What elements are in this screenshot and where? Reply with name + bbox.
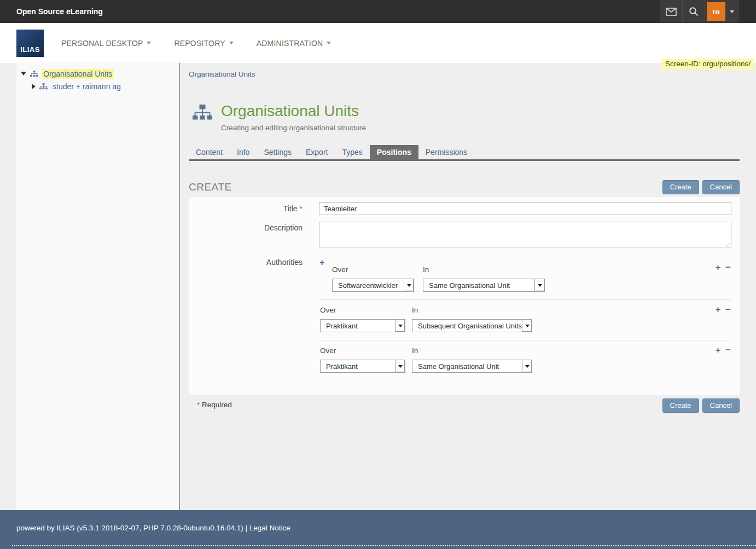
- powered-by-text: powered by ILIAS (v5.3.1 2018-02-07, PHP…: [16, 524, 247, 532]
- repository-tree: Organisational Units studer + raimann ag: [16, 63, 179, 510]
- search-button[interactable]: [682, 0, 705, 23]
- chevron-down-icon: [538, 284, 542, 287]
- authority-row-controls: + −: [716, 264, 731, 271]
- authority-row-header: Over In: [332, 265, 731, 274]
- tree-item-studer-raimann-ag: studer + raimann ag: [16, 80, 179, 93]
- title-label-text: Title: [283, 204, 298, 213]
- chevron-down-icon: [398, 365, 403, 368]
- chevron-down-icon: [407, 284, 411, 287]
- over-label: Over: [320, 346, 412, 355]
- tree-item-organisational-units: Organisational Units: [16, 67, 179, 80]
- tab-types[interactable]: Types: [335, 145, 369, 159]
- create-form-section: CREATE Create Cancel Title *: [189, 180, 740, 413]
- over-label: Over: [332, 265, 423, 274]
- ilias-logo-text: ILIAS: [20, 45, 40, 54]
- in-select[interactable]: Same Organisational Unit: [423, 279, 545, 292]
- collapse-icon[interactable]: [21, 72, 26, 76]
- tab-export[interactable]: Export: [299, 145, 335, 159]
- in-select-value: Same Organisational Unit: [423, 281, 534, 290]
- in-select[interactable]: Subsequent Organisational Units: [412, 319, 532, 332]
- user-avatar[interactable]: ro: [707, 2, 725, 21]
- add-row-button[interactable]: +: [716, 306, 720, 314]
- orgunit-icon: [39, 83, 48, 90]
- main-column: Organisational Units Organisational Unit…: [189, 63, 740, 413]
- expand-icon[interactable]: [32, 84, 36, 89]
- in-label: In: [423, 265, 429, 274]
- tab-permissions[interactable]: Permissions: [418, 145, 474, 159]
- over-select-value: Praktikant: [321, 362, 395, 371]
- main-navbar: ILIAS PERSONAL DESKTOP REPOSITORY ADMINI…: [0, 23, 756, 63]
- authorities-field-row: Authorities + Over In + −: [189, 256, 731, 380]
- tab-bar: Content Info Settings Export Types Posit…: [189, 145, 740, 161]
- required-asterisk: *: [197, 401, 200, 409]
- form-panel: Title * Description: [189, 197, 740, 395]
- chevron-down-icon: [525, 325, 530, 327]
- tab-positions[interactable]: Positions: [370, 145, 418, 159]
- dropdown-button[interactable]: [395, 320, 405, 332]
- remove-row-button[interactable]: −: [725, 346, 731, 354]
- authority-row-selects: Praktikant Same Organisational Unit: [320, 360, 731, 373]
- remove-row-button[interactable]: −: [725, 264, 731, 271]
- tab-content[interactable]: Content: [189, 145, 230, 159]
- in-select-value: Same Organisational Unit: [412, 362, 522, 371]
- tree-link-studer-raimann-ag[interactable]: studer + raimann ag: [51, 82, 123, 91]
- content-area: Organisational Units studer + raimann ag…: [0, 63, 756, 510]
- chevron-down-icon: [398, 325, 403, 327]
- title-label: Title *: [189, 202, 319, 215]
- nav-label: PERSONAL DESKTOP: [61, 39, 143, 48]
- nav-repository[interactable]: REPOSITORY: [174, 39, 233, 48]
- authority-row-controls: + −: [716, 346, 731, 354]
- add-row-button[interactable]: +: [716, 346, 720, 354]
- tab-settings[interactable]: Settings: [257, 145, 299, 159]
- tab-info[interactable]: Info: [230, 145, 257, 159]
- create-button-bottom[interactable]: Create: [662, 398, 699, 413]
- mail-icon: [666, 8, 677, 16]
- cancel-button-top[interactable]: Cancel: [702, 180, 740, 194]
- page-title: Organisational Units: [221, 102, 366, 120]
- description-field-row: Description: [189, 222, 731, 250]
- in-select[interactable]: Same Organisational Unit: [412, 360, 532, 373]
- breadcrumb-link[interactable]: Organisational Units: [189, 70, 255, 78]
- add-row-button[interactable]: +: [716, 264, 720, 271]
- top-icon-group: ro: [660, 0, 738, 23]
- dropdown-button[interactable]: [404, 279, 414, 291]
- panel-divider[interactable]: [179, 63, 180, 510]
- in-label: In: [412, 306, 418, 314]
- dropdown-button[interactable]: [395, 360, 405, 372]
- remove-row-button[interactable]: −: [725, 306, 731, 314]
- legal-notice-link[interactable]: Legal Notice: [249, 524, 290, 532]
- description-textarea[interactable]: [319, 222, 731, 247]
- dropdown-button[interactable]: [522, 320, 532, 332]
- cancel-button-bottom[interactable]: Cancel: [702, 398, 740, 413]
- description-field-control: [319, 222, 731, 250]
- tree-link-organisational-units[interactable]: Organisational Units: [42, 69, 114, 79]
- footer-text: powered by ILIAS (v5.3.1 2018-02-07, PHP…: [16, 524, 290, 532]
- title-input[interactable]: [319, 202, 731, 215]
- in-label: In: [412, 346, 418, 355]
- over-select[interactable]: Softwareentwickler: [332, 279, 414, 292]
- description-label: Description: [189, 222, 319, 250]
- in-select-value: Subsequent Organisational Units: [412, 322, 522, 330]
- dropdown-button[interactable]: [522, 360, 532, 372]
- page-header: Organisational Units Creating and editin…: [189, 102, 740, 132]
- footer-dotted-divider: [12, 545, 756, 546]
- form-header-row: CREATE Create Cancel: [189, 180, 740, 194]
- ilias-logo[interactable]: ILIAS: [16, 30, 44, 57]
- over-select-value: Softwareentwickler: [333, 281, 404, 290]
- chevron-down-icon: [525, 365, 530, 368]
- create-button-top[interactable]: Create: [662, 180, 699, 194]
- over-label: Over: [320, 306, 412, 314]
- chevron-down-icon: [730, 10, 734, 13]
- authority-row-header: Over In: [320, 346, 731, 355]
- mail-button[interactable]: [660, 0, 682, 23]
- screen-id-badge: Screen-ID: orgu/positions/: [661, 59, 754, 70]
- nav-personal-desktop[interactable]: PERSONAL DESKTOP: [61, 39, 151, 48]
- app-title: Open Source eLearning: [0, 7, 103, 16]
- dropdown-button[interactable]: [534, 279, 544, 291]
- title-field-row: Title *: [189, 202, 731, 215]
- nav-administration[interactable]: ADMINISTRATION: [257, 39, 332, 48]
- over-select[interactable]: Praktikant: [320, 360, 405, 373]
- top-bar: Open Source eLearning ro: [0, 0, 756, 23]
- user-menu-button[interactable]: ro: [705, 0, 738, 23]
- over-select[interactable]: Praktikant: [320, 319, 405, 332]
